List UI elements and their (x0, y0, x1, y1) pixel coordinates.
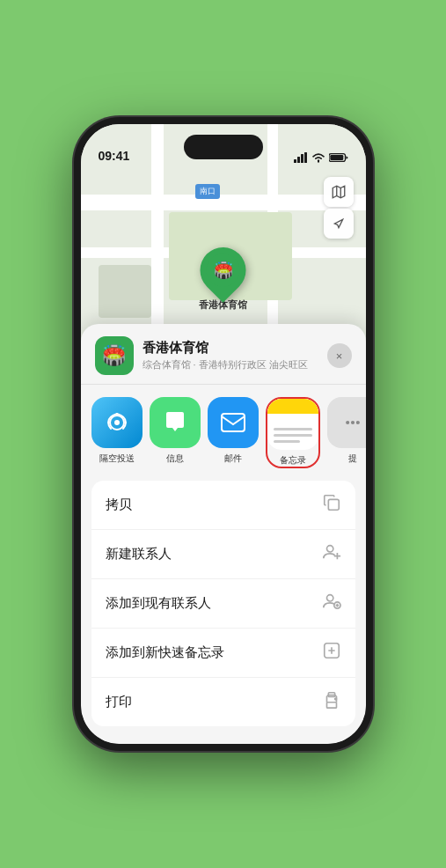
phone-screen: 09:41 (81, 124, 366, 744)
svg-point-13 (350, 421, 354, 424)
share-airdrop[interactable]: 隔空投送 (91, 397, 143, 468)
venue-icon: 🏟️ (95, 336, 134, 375)
svg-point-10 (114, 420, 120, 425)
action-new-contact[interactable]: 新建联系人 (91, 530, 355, 579)
more-icon-wrap (327, 397, 366, 448)
more-label: 提 (348, 452, 357, 465)
svg-rect-5 (330, 155, 343, 160)
venue-desc: 综合体育馆 · 香港特别行政区 油尖旺区 (143, 358, 327, 371)
map-type-button[interactable] (324, 177, 354, 207)
wifi-icon (311, 152, 325, 163)
message-icon (162, 409, 188, 436)
airdrop-icon (104, 409, 130, 436)
action-add-contact[interactable]: 添加到现有联系人 (91, 579, 355, 629)
action-print[interactable]: 打印 (91, 678, 355, 726)
mail-icon (220, 412, 246, 433)
signal-icon (294, 152, 308, 163)
bottom-sheet: 🏟️ 香港体育馆 综合体育馆 · 香港特别行政区 油尖旺区 × (81, 324, 366, 744)
battery-icon (329, 152, 348, 163)
map-controls (324, 177, 354, 239)
action-add-note[interactable]: 添加到新快速备忘录 (91, 629, 355, 678)
pin-marker: 🏟️ (191, 238, 256, 303)
action-new-contact-label: 新建联系人 (106, 546, 172, 563)
phone-frame: 09:41 (74, 117, 373, 751)
svg-marker-6 (333, 186, 345, 198)
location-pin: 🏟️ 香港体育馆 (199, 247, 247, 312)
copy-icon (322, 493, 341, 517)
svg-rect-11 (222, 414, 245, 431)
mail-icon-wrap (208, 397, 259, 448)
svg-rect-1 (297, 157, 300, 163)
svg-point-14 (355, 421, 359, 424)
svg-rect-26 (326, 702, 336, 708)
action-add-contact-label: 添加到现有联系人 (106, 595, 211, 612)
message-label: 信息 (166, 452, 184, 465)
status-time: 09:41 (99, 149, 130, 163)
share-more[interactable]: 提 (327, 397, 366, 468)
svg-point-19 (326, 595, 333, 601)
airdrop-icon-wrap (91, 397, 143, 448)
sheet-header: 🏟️ 香港体育馆 综合体育馆 · 香港特别行政区 油尖旺区 × (81, 324, 366, 385)
svg-rect-0 (294, 159, 296, 163)
action-copy-label: 拷贝 (106, 497, 132, 513)
note-add-icon (322, 641, 341, 665)
message-icon-wrap (150, 397, 201, 448)
status-icons (294, 152, 348, 163)
svg-point-28 (334, 698, 336, 700)
share-mail[interactable]: 邮件 (208, 397, 259, 468)
more-icon (340, 414, 366, 431)
person-plus-icon (322, 592, 341, 615)
action-copy[interactable]: 拷贝 (91, 481, 355, 530)
notes-icon-wrap (267, 399, 318, 450)
dynamic-island (184, 135, 263, 159)
svg-rect-2 (301, 154, 303, 163)
airdrop-label: 隔空投送 (99, 452, 135, 465)
mail-label: 邮件 (224, 452, 242, 465)
location-button[interactable] (324, 209, 354, 239)
action-add-note-label: 添加到新快速备忘录 (106, 644, 224, 661)
svg-rect-3 (304, 152, 307, 163)
action-print-label: 打印 (106, 694, 132, 710)
map-label: 南口 (195, 184, 220, 199)
venue-info: 香港体育馆 综合体育馆 · 香港特别行政区 油尖旺区 (143, 340, 327, 371)
svg-point-16 (326, 546, 333, 552)
notes-label: 备忘录 (280, 454, 306, 467)
close-button[interactable]: × (327, 343, 352, 368)
svg-point-12 (346, 421, 349, 424)
notes-line-3 (274, 440, 301, 443)
share-notes[interactable]: 备忘录 (266, 397, 320, 468)
person-add-icon (322, 542, 341, 566)
notes-line-2 (274, 434, 312, 437)
notes-icon-inner (267, 399, 318, 450)
svg-rect-15 (328, 499, 339, 510)
print-icon (322, 690, 341, 714)
notes-line-1 (274, 428, 312, 430)
action-list: 拷贝 新建联系人 (91, 481, 355, 726)
venue-name: 香港体育馆 (143, 340, 327, 357)
share-message[interactable]: 信息 (150, 397, 201, 468)
share-row: 隔空投送 信息 (81, 385, 366, 477)
